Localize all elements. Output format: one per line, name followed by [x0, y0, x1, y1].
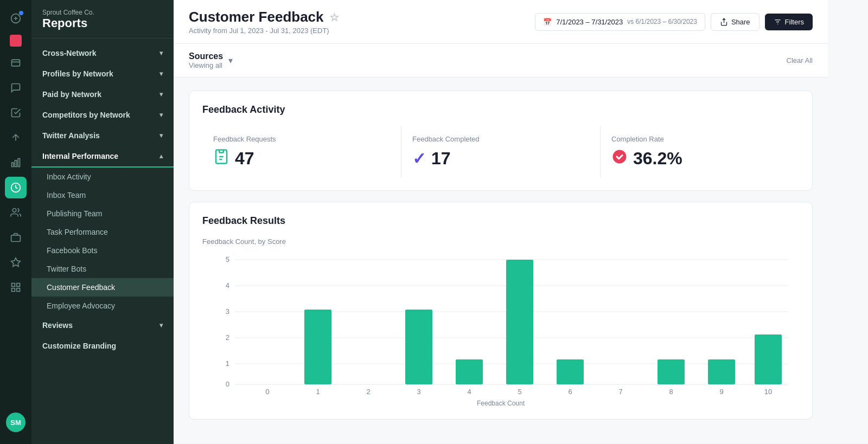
svg-text:0: 0 [265, 388, 269, 395]
svg-rect-9 [12, 284, 15, 287]
sidebar-brand: Sprout Coffee Co. Reports [31, 0, 174, 38]
feedback-results-title: Feedback Results [202, 215, 799, 227]
sidebar-item-twitter-bots[interactable]: Twitter Bots [31, 260, 174, 278]
svg-marker-8 [11, 258, 21, 267]
svg-rect-51 [708, 359, 735, 384]
grid-icon[interactable] [5, 276, 27, 298]
chevron-down-icon: ▾ [159, 49, 163, 57]
circle-check-icon [611, 149, 628, 169]
nav-internal-performance[interactable]: Internal Performance ▴ [31, 146, 174, 168]
sidebar-item-inbox-activity[interactable]: Inbox Activity [31, 168, 174, 186]
stat-completion-rate: Completion Rate 36.2% [601, 126, 799, 177]
brand-title: Reports [42, 16, 163, 30]
svg-rect-43 [506, 260, 533, 384]
svg-rect-39 [405, 310, 432, 384]
feedback-activity-title: Feedback Activity [202, 104, 799, 115]
nav-reviews[interactable]: Reviews ▾ [31, 315, 174, 336]
svg-text:4: 4 [467, 388, 471, 395]
svg-rect-49 [658, 359, 685, 384]
left-icon-strip: SM [0, 0, 31, 444]
svg-rect-41 [456, 359, 483, 384]
nav-cross-network[interactable]: Cross-Network ▾ [31, 43, 174, 63]
feedback-stats: Feedback Requests 47 [202, 126, 799, 177]
sidebar-item-publishing-team[interactable]: Publishing Team [31, 204, 174, 223]
sidebar-item-task-performance[interactable]: Task Performance [31, 223, 174, 241]
svg-text:1: 1 [316, 388, 320, 395]
page-title: Customer Feedback ☆ [189, 9, 339, 25]
red-square-icon[interactable] [10, 35, 22, 47]
chart-x-axis-label: Feedback Count [202, 400, 799, 407]
publish-icon[interactable] [5, 127, 27, 149]
sidebar-item-facebook-bots[interactable]: Facebook Bots [31, 241, 174, 260]
messages-icon[interactable] [5, 77, 27, 99]
reports-icon[interactable] [5, 177, 27, 198]
svg-point-6 [12, 209, 16, 213]
svg-text:2: 2 [226, 333, 229, 342]
sidebar-item-inbox-team[interactable]: Inbox Team [31, 186, 174, 204]
feedback-results-card: Feedback Results Feedback Count, by Scor… [189, 202, 813, 420]
star-nav-icon[interactable] [5, 252, 27, 273]
tasks-icon[interactable] [5, 102, 27, 124]
sidebar-item-employee-advocacy[interactable]: Employee Advocacy [31, 297, 174, 315]
check-icon: ✓ [412, 149, 426, 168]
sidebar-item-customer-feedback[interactable]: Customer Feedback [31, 278, 174, 297]
sources-container: Sources Viewing all [189, 52, 223, 69]
sidebar-nav: Cross-Network ▾ Profiles by Network ▾ Pa… [31, 38, 174, 444]
sidebar: Sprout Coffee Co. Reports Cross-Network … [31, 0, 174, 444]
inbox-icon[interactable] [5, 52, 27, 74]
feedback-activity-card: Feedback Activity Feedback Requests [189, 91, 813, 191]
content-area: Feedback Activity Feedback Requests [174, 78, 828, 433]
share-icon [720, 18, 728, 26]
topbar-right: 📅 7/1/2023 – 7/31/2023 vs 6/1/2023 – 6/3… [535, 13, 813, 31]
svg-rect-17 [219, 150, 224, 153]
avatar[interactable]: SM [6, 413, 25, 436]
svg-rect-53 [755, 334, 782, 384]
svg-text:5: 5 [518, 388, 521, 395]
nav-paid-by-network[interactable]: Paid by Network ▾ [31, 84, 174, 105]
page-subtitle: Activity from Jul 1, 2023 - Jul 31, 2023… [189, 27, 339, 35]
svg-text:8: 8 [669, 388, 673, 395]
svg-text:5: 5 [226, 255, 229, 263]
chart-label: Feedback Count, by Score [202, 237, 799, 246]
sources-chevron-icon: ▾ [228, 55, 233, 66]
svg-point-20 [613, 150, 627, 164]
chevron-down-icon: ▾ [159, 111, 163, 119]
home-icon[interactable] [5, 8, 27, 29]
analytics-icon[interactable] [5, 152, 27, 173]
calendar-icon: 📅 [543, 18, 552, 26]
filters-button[interactable]: Filters [765, 14, 813, 30]
star-icon[interactable]: ☆ [329, 11, 339, 24]
people-icon[interactable] [5, 202, 27, 223]
topbar-left: Customer Feedback ☆ Activity from Jul 1,… [189, 9, 339, 35]
nav-competitors-by-network[interactable]: Competitors by Network ▾ [31, 105, 174, 125]
nav-customize-branding[interactable]: Customize Branding [31, 336, 174, 356]
svg-rect-1 [12, 60, 20, 66]
svg-rect-7 [11, 235, 21, 242]
svg-rect-3 [15, 160, 16, 167]
clipboard-icon [213, 149, 229, 169]
stat-feedback-requests: Feedback Requests 47 [202, 126, 401, 177]
svg-rect-4 [18, 159, 20, 167]
svg-rect-12 [17, 288, 20, 292]
nav-profiles-by-network[interactable]: Profiles by Network ▾ [31, 63, 174, 84]
date-range-button[interactable]: 📅 7/1/2023 – 7/31/2023 vs 6/1/2023 – 6/3… [535, 13, 705, 31]
svg-rect-35 [304, 310, 331, 384]
svg-text:1: 1 [226, 359, 229, 368]
chevron-down-icon: ▾ [159, 91, 163, 98]
svg-text:0: 0 [226, 380, 229, 388]
chevron-up-icon: ▴ [159, 152, 163, 160]
nav-twitter-analysis[interactable]: Twitter Analysis ▾ [31, 125, 174, 146]
svg-text:6: 6 [568, 388, 572, 395]
bar-chart: 5 4 3 2 1 0 0 1 [202, 254, 799, 395]
svg-rect-2 [12, 163, 14, 167]
clear-all-button[interactable]: Clear All [787, 56, 813, 65]
brand-company: Sprout Coffee Co. [42, 9, 163, 16]
share-button[interactable]: Share [711, 13, 760, 31]
svg-text:7: 7 [618, 388, 622, 395]
sources-dropdown[interactable]: Sources Viewing all ▾ [189, 52, 233, 69]
svg-text:3: 3 [226, 307, 229, 316]
topbar: Customer Feedback ☆ Activity from Jul 1,… [174, 0, 828, 44]
cases-icon[interactable] [5, 227, 27, 248]
svg-text:4: 4 [226, 281, 229, 289]
svg-rect-11 [12, 288, 15, 292]
